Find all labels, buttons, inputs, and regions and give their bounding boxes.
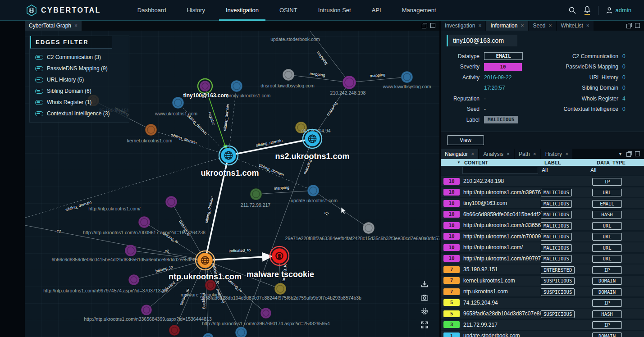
- table-row[interactable]: 59658fad6a28db104d3d87c07e88244f975f6b2d…: [441, 309, 644, 319]
- edge-filter-whois-register[interactable]: Whois Register (1): [35, 99, 123, 105]
- table-row[interactable]: 7ntp.ukrootns1.comSUSPICIOUSDOMAIN: [441, 287, 644, 296]
- severity-badge: 7: [443, 277, 460, 284]
- tab-path[interactable]: Path×: [515, 149, 540, 159]
- restore-icon[interactable]: [422, 24, 426, 28]
- table-row[interactable]: 10http://ntp.ukrootns1.com/n3365684399.a…: [441, 220, 644, 230]
- severity-badge: 1: [443, 332, 460, 337]
- maximize-icon[interactable]: [635, 23, 640, 28]
- graph-node-www-ukrootns1[interactable]: www.ukrootns1.com: [155, 97, 197, 116]
- download-icon[interactable]: [420, 280, 429, 288]
- toggle-icon: [35, 111, 43, 116]
- label-filter-select[interactable]: All: [542, 167, 583, 173]
- close-icon[interactable]: ×: [565, 151, 568, 157]
- tab-whitelist[interactable]: WhiteList×: [557, 20, 594, 31]
- table-row[interactable]: 10http://ntp.ukrootns1.com/MALICIOUSURL: [441, 242, 644, 252]
- graph-node-url-n3365684399[interactable]: http://ntp.ukrootns1.com/n3365684399.asp…: [84, 305, 212, 322]
- chevron-down-icon[interactable]: ▼: [618, 152, 622, 156]
- tab-navigator[interactable]: Navigator×: [441, 149, 478, 159]
- graph-node-tiny100-email[interactable]: tiny100@163.com: [183, 79, 228, 99]
- graph-node-hash-9658fad6[interactable]: 9658fad6a28db104d3d87c07e88244f975f6b2d7…: [200, 283, 361, 301]
- tab-cybertotal-graph[interactable]: CyberTotal Graph ×: [25, 20, 82, 31]
- edge-filter-url-history[interactable]: URL History (5): [35, 77, 123, 83]
- table-row[interactable]: 10http://ntp.ukrootns1.com/n70009617.asp…: [441, 232, 644, 241]
- maximize-icon[interactable]: [430, 23, 435, 28]
- graph-node-url-n997974574[interactable]: http://ntp.ukrootns1.com/n997974574.aspx…: [43, 274, 169, 293]
- graph-node-hash-26e71e[interactable]: 26e71e220f88f2a63384eefb4faf2428c15d35c6…: [285, 222, 439, 241]
- label-badge: MALICIOUS: [541, 189, 572, 196]
- severity-badge: 10: [443, 200, 460, 207]
- close-icon[interactable]: ×: [471, 151, 474, 157]
- nav-item-api[interactable]: API: [361, 0, 392, 20]
- graph-node-ip-114-33-62-15-b[interactable]: 114.33.62.15: [218, 327, 247, 337]
- brand[interactable]: CYBERTOTAL: [26, 5, 101, 16]
- row-label-cell: MALICIOUS: [541, 232, 586, 241]
- restore-icon[interactable]: [626, 24, 631, 28]
- maximize-icon[interactable]: [635, 151, 640, 156]
- table-row[interactable]: 106b66c6d8859dfe06c0415be4df2bd836561d5a…: [441, 209, 644, 219]
- nav-item-dashboard[interactable]: Dashboard: [127, 0, 177, 20]
- graph-node-ip-211-72-99-217[interactable]: 211.72.99.217: [241, 188, 271, 208]
- nav-item-osint[interactable]: OSINT: [269, 0, 308, 20]
- graph-node-hash-6b66c6[interactable]: 6b66c6d8859dfe06c0415be4df2bd836561d5a6e…: [51, 245, 215, 262]
- graph-node-update-ukrootns1[interactable]: update.ukrootns1.com: [291, 185, 338, 203]
- type-filter-select[interactable]: All: [583, 167, 596, 173]
- graph-node-dnsroot-kiwidbsyslog[interactable]: dnsroot.kiwidbsyslog.com: [260, 69, 315, 88]
- graph-node-url-n3967690174[interactable]: http://ntp.ukrootns1.com/n3967690174.asp…: [202, 308, 330, 326]
- graph-node-malware-tscookie[interactable]: malware tscookie: [247, 246, 314, 279]
- view-button[interactable]: View: [447, 135, 484, 145]
- nav-item-management[interactable]: Management: [392, 0, 447, 20]
- bell-icon[interactable]: [584, 6, 591, 15]
- close-icon[interactable]: ×: [74, 23, 78, 29]
- edge-filter-passviedns-mapping[interactable]: PassvieDNS Mapping (9): [35, 65, 123, 72]
- close-icon[interactable]: ×: [533, 151, 536, 157]
- table-row[interactable]: 574.125.204.94IP: [441, 298, 644, 308]
- graph-node-url-n70009617[interactable]: http://ntp.ukrootns1.com/n70009617.aspx?…: [83, 216, 206, 235]
- edge-filter-contextual-intelligence[interactable]: Contextual Intelligence (3): [35, 110, 123, 117]
- edge-filter-c2-communication[interactable]: C2 Communication (3): [35, 54, 123, 60]
- tab-analysis[interactable]: Analysis×: [479, 149, 514, 159]
- graph-node-ns2-ukrootns1[interactable]: ns2.ukrootns1.com: [275, 129, 349, 161]
- data-type-badge: URL: [592, 255, 622, 263]
- column-label[interactable]: LABEL: [543, 160, 589, 165]
- graph-node-www-kiwidbsyslog[interactable]: www.kiwidbsyslog.com: [383, 71, 431, 89]
- gear-icon[interactable]: [420, 307, 429, 315]
- tab-information[interactable]: Information×: [486, 20, 528, 31]
- nav-item-history[interactable]: History: [176, 0, 215, 20]
- close-icon[interactable]: ×: [521, 23, 524, 29]
- content-filter-input[interactable]: [462, 167, 538, 174]
- nav-item-intrusion-set[interactable]: Intrusion Set: [308, 0, 361, 20]
- nav-item-investigation[interactable]: Investigation: [215, 0, 269, 20]
- table-row[interactable]: 10tiny100@163.comMALICIOUSEMAIL: [441, 198, 644, 208]
- column-data-type[interactable]: DATA_TYPE: [589, 160, 644, 165]
- graph-node-ip-210-242-248-198[interactable]: 210.242.248.198: [330, 76, 366, 96]
- table-row[interactable]: 10210.242.248.198IP: [441, 176, 644, 186]
- graph-node-url-ntp-root[interactable]: http://ntp.ukrootns1.com/: [88, 196, 177, 211]
- search-icon[interactable]: [568, 6, 576, 14]
- restore-icon[interactable]: [626, 152, 631, 157]
- table-row[interactable]: 7kernel.ukrootns1.comSUSPICIOUSDOMAIN: [441, 276, 644, 286]
- graph-node-malware-tscookie-s2[interactable]: malware "tscookie": [155, 325, 195, 337]
- user-menu[interactable]: admin: [606, 7, 631, 14]
- node-label: proxy.ukrootns1.com: [227, 93, 271, 98]
- tab-seed[interactable]: Seed×: [529, 20, 556, 31]
- fullscreen-icon[interactable]: [420, 321, 429, 329]
- table-row[interactable]: 3211.72.99.217IP: [441, 320, 644, 330]
- close-icon[interactable]: ×: [507, 151, 510, 157]
- close-icon[interactable]: ×: [548, 23, 552, 29]
- table-row[interactable]: 735.190.92.151INTERESTEDIP: [441, 264, 644, 274]
- table-row[interactable]: 1update.stoderbook.comDOMAIN: [441, 331, 644, 337]
- graph-node-kernel-ukrootns1[interactable]: kernel.ukrootns1.com: [127, 124, 173, 143]
- graph-canvas[interactable]: mappingsibling_domainsibling_domainregis…: [25, 31, 439, 337]
- top-navbar: CYBERTOTAL DashboardHistoryInvestigation…: [0, 0, 644, 21]
- column-content[interactable]: CONTENT: [462, 160, 543, 165]
- table-row[interactable]: 10http://ntp.ukrootns1.com/n396769017MAL…: [441, 187, 644, 197]
- close-icon[interactable]: ×: [478, 23, 481, 29]
- close-icon[interactable]: ×: [586, 23, 589, 29]
- graph-node-ip-114-33-62-15-a[interactable]: [203, 333, 214, 337]
- camera-icon[interactable]: [420, 294, 429, 302]
- edge-filter-sibling-domain[interactable]: Sibling Domain (6): [35, 88, 123, 94]
- tab-investigation[interactable]: Investigation×: [441, 20, 485, 31]
- tab-history[interactable]: History×: [541, 149, 572, 159]
- sort-icon[interactable]: ▼: [441, 160, 462, 164]
- table-row[interactable]: 10http://ntp.ukrootns1.com/n997974574.as…: [441, 254, 644, 264]
